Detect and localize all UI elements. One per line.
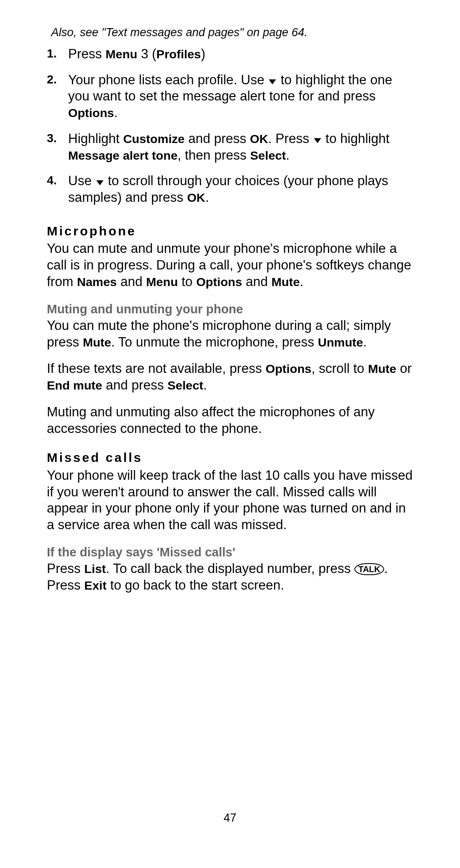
- sub-heading-if-display: If the display says 'Missed calls': [47, 544, 413, 560]
- step-number: 3.: [47, 131, 68, 164]
- step-text: Use to scroll through your choices (your…: [68, 173, 413, 206]
- down-arrow-icon: [314, 137, 321, 144]
- step-text: Press Menu 3 (Profiles): [68, 46, 413, 63]
- muting-p2: If these texts are not available, press …: [47, 361, 413, 394]
- if-display-body: Press List. To call back the displayed n…: [47, 561, 413, 594]
- page-number: 47: [0, 811, 460, 825]
- down-arrow-icon: [269, 78, 276, 85]
- down-arrow-icon: [96, 179, 104, 186]
- step-item: 4.Use to scroll through your choices (yo…: [47, 173, 413, 206]
- step-text: Highlight Customize and press OK. Press …: [68, 131, 413, 164]
- svg-marker-0: [269, 79, 276, 84]
- section-heading-missed-calls: Missed calls: [47, 450, 413, 466]
- cross-reference-note: Also, see "Text messages and pages" on p…: [51, 26, 413, 40]
- manual-page: Also, see "Text messages and pages" on p…: [0, 0, 460, 868]
- microphone-body: You can mute and unmute your phone's mic…: [47, 241, 413, 290]
- step-item: 1.Press Menu 3 (Profiles): [47, 46, 413, 63]
- steps-list: 1.Press Menu 3 (Profiles)2.Your phone li…: [47, 46, 413, 206]
- section-heading-microphone: Microphone: [47, 223, 413, 239]
- muting-p3: Muting and unmuting also affect the micr…: [47, 404, 413, 437]
- step-item: 3.Highlight Customize and press OK. Pres…: [47, 131, 413, 164]
- svg-marker-2: [96, 180, 104, 186]
- step-item: 2.Your phone lists each profile. Use to …: [47, 72, 413, 121]
- step-number: 2.: [47, 72, 68, 121]
- sub-heading-muting: Muting and unmuting your phone: [47, 301, 413, 317]
- missed-calls-body: Your phone will keep track of the last 1…: [47, 467, 413, 533]
- step-number: 4.: [47, 173, 68, 206]
- svg-marker-1: [314, 138, 321, 143]
- muting-p1: You can mute the phone's microphone duri…: [47, 318, 413, 351]
- talk-key-icon: TALK: [354, 563, 384, 575]
- step-number: 1.: [47, 46, 68, 63]
- step-text: Your phone lists each profile. Use to hi…: [68, 72, 413, 121]
